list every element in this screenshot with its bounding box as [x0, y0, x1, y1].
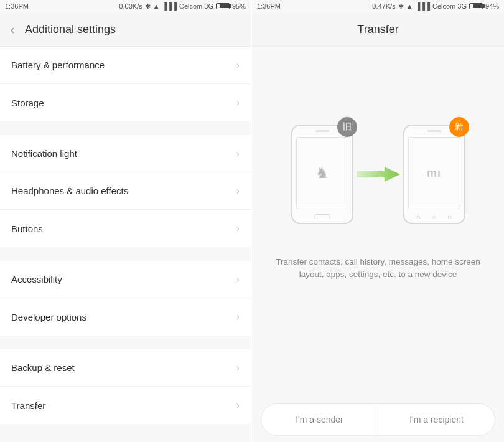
- arrow-icon: [351, 165, 406, 184]
- status-battery: 95%: [232, 2, 246, 10]
- chevron-right-icon: ›: [236, 362, 240, 374]
- list-group: Accessibility › Developer options ›: [0, 261, 251, 336]
- list-group: Notification light › Headphones & audio …: [0, 135, 251, 247]
- transfer-illustration: ♞ 旧 mı 新: [291, 121, 465, 227]
- role-buttons: I'm a sender I'm a recipient: [261, 403, 495, 436]
- bluetooth-icon: ✱: [398, 2, 404, 11]
- status-right: 0.47K/s ✱ ▲ ▐▐▐ Celcom 3G 94%: [370, 2, 499, 11]
- chevron-right-icon: ›: [236, 274, 240, 285]
- list-item-label: Backup & reset: [11, 362, 75, 373]
- wifi-icon: ▲: [406, 2, 413, 10]
- wifi-icon: ▲: [153, 2, 160, 10]
- settings-screen: 1:36PM 0.00K/s ✱ ▲ ▐▐▐ Celcom 3G 95% ‹ A…: [0, 0, 252, 442]
- list-item-storage[interactable]: Storage ›: [0, 84, 251, 121]
- list-item-label: Transfer: [11, 400, 45, 411]
- header-title: Transfer: [357, 23, 398, 36]
- list-item-battery[interactable]: Battery & performance ›: [0, 47, 251, 84]
- list-item-headphones[interactable]: Headphones & audio effects ›: [0, 172, 251, 210]
- list-item-label: Developer options: [11, 312, 86, 322]
- signal-icon: ▐▐▐: [416, 2, 430, 10]
- list-item-label: Accessibility: [11, 274, 62, 284]
- list-item-label: Battery & performance: [11, 60, 105, 70]
- list-item-label: Buttons: [11, 223, 43, 234]
- signal-icon: ▐▐▐: [162, 2, 177, 10]
- list-item-buttons[interactable]: Buttons ›: [0, 210, 251, 247]
- list-item-label: Storage: [11, 98, 44, 108]
- header-title: Additional settings: [25, 23, 116, 36]
- back-button[interactable]: ‹: [0, 22, 25, 37]
- list-item-label: Notification light: [11, 148, 77, 159]
- chevron-right-icon: ›: [236, 311, 240, 322]
- battery-icon: [216, 3, 230, 9]
- list-item-backup-reset[interactable]: Backup & reset ›: [0, 349, 251, 387]
- svg-marker-0: [357, 167, 400, 182]
- status-time: 1:36PM: [5, 2, 29, 10]
- status-carrier: Celcom 3G: [179, 2, 213, 10]
- list-group: Battery & performance › Storage ›: [0, 47, 251, 121]
- new-phone-icon: mı 新: [403, 125, 465, 224]
- status-time: 1:36PM: [257, 2, 281, 10]
- status-speed: 0.47K/s: [372, 2, 395, 10]
- transfer-screen: 1:36PM 0.47K/s ✱ ▲ ▐▐▐ Celcom 3G 94% Tra…: [252, 0, 504, 442]
- status-bar: 1:36PM 0.00K/s ✱ ▲ ▐▐▐ Celcom 3G 95%: [0, 0, 251, 12]
- header: Transfer: [252, 12, 504, 47]
- chevron-right-icon: ›: [236, 223, 240, 234]
- transfer-body: ♞ 旧 mı 新 Transfer contacts, call history…: [252, 47, 504, 442]
- mi-logo-icon: mı: [427, 167, 441, 180]
- sender-button[interactable]: I'm a sender: [261, 404, 378, 435]
- status-carrier: Celcom 3G: [432, 2, 467, 10]
- header: ‹ Additional settings: [0, 12, 251, 47]
- bluetooth-icon: ✱: [145, 2, 151, 11]
- chevron-right-icon: ›: [236, 97, 240, 108]
- chevron-right-icon: ›: [236, 400, 240, 411]
- status-battery: 94%: [485, 2, 499, 10]
- new-badge: 新: [449, 117, 469, 137]
- old-phone-icon: ♞ 旧: [291, 125, 353, 224]
- chevron-right-icon: ›: [236, 186, 240, 197]
- status-speed: 0.00K/s: [119, 2, 142, 10]
- list-item-accessibility[interactable]: Accessibility ›: [0, 261, 251, 298]
- status-right: 0.00K/s ✱ ▲ ▐▐▐ Celcom 3G 95%: [116, 2, 246, 11]
- android-icon: ♞: [315, 164, 329, 182]
- list-item-label: Headphones & audio effects: [11, 186, 128, 196]
- recipient-button[interactable]: I'm a recipient: [378, 404, 495, 435]
- list-item-transfer[interactable]: Transfer ›: [0, 387, 251, 424]
- transfer-description: Transfer contacts, call history, message…: [266, 256, 490, 281]
- battery-icon: [469, 3, 483, 9]
- status-bar: 1:36PM 0.47K/s ✱ ▲ ▐▐▐ Celcom 3G 94%: [252, 0, 504, 12]
- chevron-right-icon: ›: [236, 60, 240, 71]
- list-item-notification-light[interactable]: Notification light ›: [0, 135, 251, 172]
- chevron-right-icon: ›: [236, 148, 240, 159]
- old-badge: 旧: [337, 117, 357, 137]
- settings-list[interactable]: Battery & performance › Storage › Notifi…: [0, 47, 251, 442]
- list-item-developer-options[interactable]: Developer options ›: [0, 298, 251, 336]
- list-group: Backup & reset › Transfer ›: [0, 349, 251, 424]
